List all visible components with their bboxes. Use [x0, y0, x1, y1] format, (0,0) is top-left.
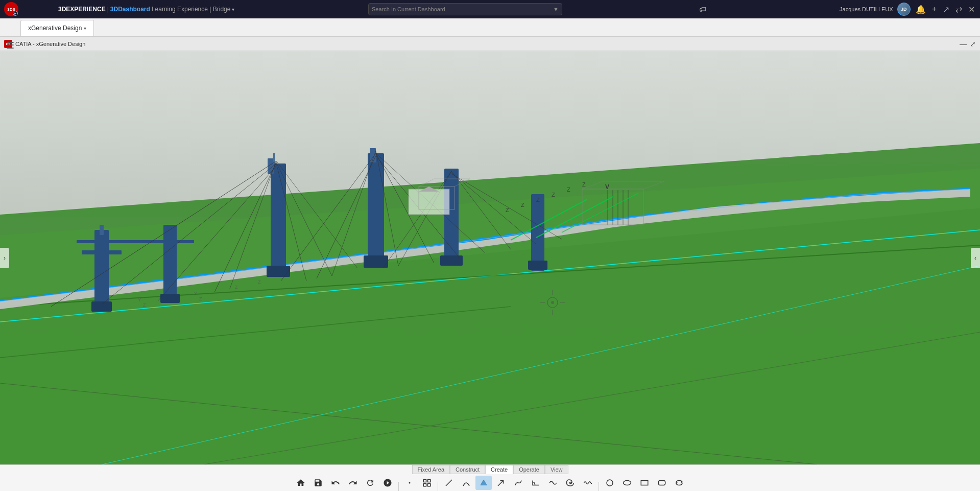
search-input[interactable] — [372, 6, 553, 12]
curve-button[interactable] — [545, 476, 561, 490]
svg-marker-89 — [481, 480, 487, 485]
svg-rect-83 — [409, 482, 411, 483]
undo-button[interactable] — [327, 476, 344, 490]
svg-rect-19 — [368, 153, 384, 263]
share-icon[interactable]: ↗ — [942, 4, 950, 15]
polygon-button[interactable] — [475, 476, 492, 490]
svg-text:Z: Z — [536, 197, 540, 203]
svg-text:Z: Z — [552, 192, 555, 198]
home-button[interactable] — [293, 476, 309, 490]
svg-text:Y: Y — [138, 297, 141, 302]
svg-rect-25 — [528, 261, 547, 270]
tab-operate[interactable]: Operate — [513, 465, 545, 474]
topbar-right: Jacques DUTILLEUX JD 🔔 + ↗ ⇄ ✕ — [840, 3, 976, 16]
line-button[interactable] — [441, 476, 457, 490]
brand-label: 3DEXPERIENCE — [58, 6, 106, 13]
svg-rect-23 — [440, 255, 463, 266]
oblong-button[interactable] — [654, 476, 670, 490]
svg-text:Z: Z — [582, 181, 586, 188]
svg-text:Z: Z — [199, 296, 202, 301]
svg-rect-84 — [423, 479, 426, 482]
sep-3 — [599, 482, 599, 492]
avatar[interactable]: JD — [897, 3, 911, 16]
notifications-icon[interactable]: 🔔 — [915, 4, 927, 15]
tab-fixed-area[interactable]: Fixed Area — [412, 465, 450, 474]
add-icon[interactable]: + — [931, 4, 938, 15]
tab-label: xGenerative Design — [28, 25, 82, 32]
wave-button[interactable] — [580, 476, 596, 490]
rectangle-button[interactable] — [636, 476, 653, 490]
bottom-toolbar: Fixed Area Construct Create Operate View — [0, 464, 980, 491]
filter-icon[interactable]: ▼ — [553, 6, 559, 12]
right-panel-toggle[interactable]: ‹ — [971, 248, 980, 268]
corner-button[interactable] — [528, 476, 544, 490]
module-label: 3DDashboard — [110, 6, 150, 13]
play-icon: ▶ — [13, 11, 18, 16]
sync-icon[interactable]: ⇄ — [954, 4, 963, 15]
svg-point-93 — [624, 480, 631, 485]
redo-button[interactable] — [345, 476, 361, 490]
svg-point-92 — [607, 480, 613, 486]
svg-text:Z: Z — [235, 285, 238, 290]
svg-rect-15 — [271, 163, 286, 276]
ellipse-button[interactable] — [619, 476, 635, 490]
svg-rect-86 — [423, 483, 426, 486]
sep-1 — [398, 482, 399, 492]
svg-rect-16 — [267, 266, 290, 277]
svg-text:Y: Y — [194, 291, 197, 296]
title-separator: | — [107, 6, 109, 13]
bridge-scene: Z Z Z Z Z Z V Y Z Y Z Z Z — [0, 51, 980, 464]
svg-rect-87 — [428, 483, 431, 486]
svg-line-88 — [446, 480, 452, 486]
svg-rect-10 — [100, 225, 104, 235]
snap-button[interactable] — [379, 476, 396, 490]
svg-rect-24 — [531, 194, 544, 271]
tags-icon[interactable]: 🏷 — [699, 5, 706, 13]
svg-text:Z: Z — [567, 186, 570, 193]
tab-xgenerative[interactable]: xGenerative Design ▾ — [20, 20, 94, 36]
tab-construct[interactable]: Construct — [450, 465, 485, 474]
widget-header: DS CATIA - xGenerative Design — ⤢ — [0, 37, 980, 51]
top-bar: 3DS ▶ 3DEXPERIENCE | 3DDashboard Learnin… — [0, 0, 980, 18]
rotate-button[interactable] — [671, 476, 687, 490]
widget-title: CATIA - xGenerative Design — [15, 41, 85, 47]
sep-2 — [438, 482, 438, 492]
3d-viewport[interactable]: Z Z Z Z Z Z V Y Z Y Z Z Z — [0, 51, 980, 464]
refresh-button[interactable] — [362, 476, 378, 490]
maximize-button[interactable]: ⤢ — [970, 40, 976, 48]
tab-bar: ☰ xGenerative Design ▾ — [0, 18, 980, 37]
logo-area: 3DS ▶ — [4, 2, 55, 16]
left-panel-toggle[interactable]: › — [0, 248, 9, 268]
tab-view[interactable]: View — [545, 465, 568, 474]
svg-rect-14 — [77, 240, 194, 243]
3ds-logo[interactable]: 3DS ▶ — [4, 2, 18, 16]
svg-rect-11 — [82, 250, 122, 254]
grid-button[interactable] — [419, 476, 435, 490]
minimize-button[interactable]: — — [960, 40, 967, 48]
arrow-button[interactable] — [493, 476, 509, 490]
svg-rect-22 — [444, 169, 459, 266]
svg-rect-46 — [409, 189, 449, 215]
close-top-icon[interactable]: ✕ — [967, 4, 976, 15]
svg-rect-85 — [428, 479, 431, 482]
point-button[interactable] — [401, 476, 418, 490]
spiral-button[interactable] — [562, 476, 579, 490]
svg-text:Z: Z — [506, 207, 509, 213]
svg-line-90 — [498, 480, 504, 486]
save-button[interactable] — [310, 476, 326, 490]
svg-rect-12 — [163, 225, 177, 301]
context-dropdown[interactable]: ▾ — [232, 7, 234, 12]
tab-create[interactable]: Create — [485, 465, 513, 474]
svg-text:V: V — [605, 183, 609, 191]
app-title: 3DEXPERIENCE | 3DDashboard Learning Expe… — [58, 6, 234, 13]
svg-text:Z: Z — [521, 202, 524, 208]
tab-dropdown-icon[interactable]: ▾ — [84, 26, 86, 31]
arc-button[interactable] — [458, 476, 474, 490]
toolbar-icons — [293, 473, 687, 492]
svg-rect-9 — [91, 301, 112, 312]
toolbar-tabs: Fixed Area Construct Create Operate View — [412, 465, 568, 474]
search-bar[interactable]: ▼ — [368, 3, 562, 15]
svg-point-78 — [551, 301, 554, 304]
spline-button[interactable] — [510, 476, 527, 490]
circle-button[interactable] — [602, 476, 618, 490]
